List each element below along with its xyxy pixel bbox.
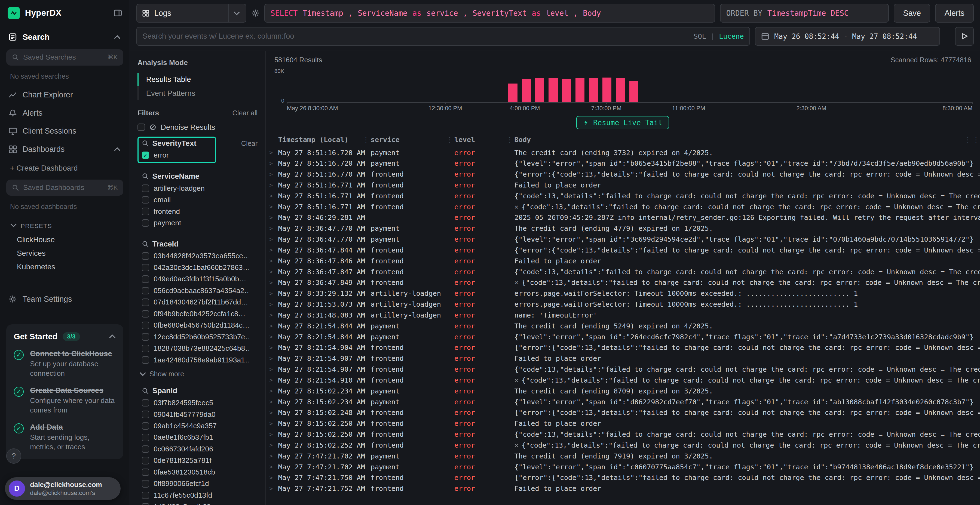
create-dashboard-button[interactable]: + Create Dashboard: [0, 158, 130, 177]
log-row[interactable]: >May 27 8:51:16.771 AMfrontenderror×{"co…: [266, 201, 980, 212]
facet-checkbox[interactable]: ✓: [142, 152, 150, 159]
facet-checkbox[interactable]: [142, 333, 150, 341]
facet-checkbox[interactable]: [142, 184, 150, 192]
source-select[interactable]: Logs: [136, 4, 247, 22]
row-expand-chevron[interactable]: >: [269, 410, 278, 416]
facet-checkbox[interactable]: [142, 399, 150, 407]
row-expand-chevron[interactable]: >: [269, 236, 278, 243]
row-expand-chevron[interactable]: >: [269, 301, 278, 308]
log-row[interactable]: >May 27 8:51:16.771 AMfrontenderror{"cod…: [266, 191, 980, 201]
presets-header[interactable]: PRESETS: [0, 216, 130, 233]
log-row[interactable]: >May 27 8:21:54.907 AMfrontenderror{"cod…: [266, 364, 980, 375]
sidebar-item-client-sessions[interactable]: Client Sessions: [0, 122, 130, 140]
facet-checkbox[interactable]: [142, 445, 150, 453]
chevron-up-icon[interactable]: [114, 146, 121, 152]
facet-checkbox[interactable]: [142, 503, 150, 505]
denoise-checkbox[interactable]: [137, 124, 145, 131]
row-expand-chevron[interactable]: >: [269, 345, 278, 351]
facet-checkbox[interactable]: [142, 457, 150, 464]
log-row[interactable]: >May 27 8:36:47.770 AMpaymenterror{"leve…: [266, 234, 980, 245]
log-row[interactable]: >May 27 8:15:02.252 AMfrontenderror×{"co…: [266, 440, 980, 451]
facet-clear-button[interactable]: Clear: [241, 140, 258, 148]
facet-value[interactable]: 1d94f08c5acdb28e: [142, 501, 217, 505]
log-row[interactable]: >May 27 8:36:47.849 AMfrontenderror×{"co…: [266, 277, 980, 288]
row-expand-chevron[interactable]: >: [269, 355, 278, 362]
facet-value[interactable]: 0c0667304fafd206: [142, 443, 217, 455]
sidebar-item-chart-explorer[interactable]: Chart Explorer: [0, 86, 130, 104]
row-expand-chevron[interactable]: >: [269, 475, 278, 481]
log-row[interactable]: >May 27 8:15:02.250 AMfrontenderrorFaile…: [266, 418, 980, 429]
facet-checkbox[interactable]: [142, 411, 150, 418]
log-row[interactable]: >May 27 8:36:47.770 AMpaymenterrorThe cr…: [266, 223, 980, 234]
facet-checkbox[interactable]: [142, 264, 150, 272]
histogram-bar[interactable]: [629, 81, 638, 102]
log-row[interactable]: >May 27 8:36:47.847 AMfrontenderror{"cod…: [266, 266, 980, 277]
table-options-icon[interactable]: ⋮: [972, 136, 980, 144]
run-query-button[interactable]: [955, 27, 974, 46]
log-row[interactable]: >May 27 8:31:48.083 AMartillery-loadgene…: [266, 310, 980, 321]
log-row[interactable]: >May 27 8:36:47.844 AMfrontenderror{"err…: [266, 245, 980, 256]
histogram-bar[interactable]: [535, 78, 544, 102]
facet-value[interactable]: 0ff8990066efcf1d: [142, 478, 217, 489]
row-expand-chevron[interactable]: >: [269, 171, 278, 178]
facet-checkbox[interactable]: [142, 208, 150, 215]
row-expand-chevron[interactable]: >: [269, 182, 278, 189]
log-row[interactable]: >May 27 8:31:53.073 AMartillery-loadgene…: [266, 299, 980, 310]
histogram-bar[interactable]: [508, 84, 517, 102]
facet-value[interactable]: frontend: [142, 206, 212, 217]
row-expand-chevron[interactable]: >: [269, 453, 278, 459]
row-expand-chevron[interactable]: >: [269, 377, 278, 383]
log-row[interactable]: >May 27 7:47:21.702 AMpaymenterror{"leve…: [266, 462, 980, 472]
column-header-body[interactable]: Body: [514, 136, 972, 144]
row-expand-chevron[interactable]: >: [269, 225, 278, 232]
log-row[interactable]: >May 27 8:21:54.844 AMpaymenterrorThe cr…: [266, 321, 980, 332]
source-settings-gear-icon[interactable]: [251, 9, 259, 17]
facet-checkbox[interactable]: [142, 492, 150, 499]
row-expand-chevron[interactable]: >: [269, 160, 278, 167]
row-expand-chevron[interactable]: >: [269, 388, 278, 394]
facet-value[interactable]: payment: [142, 217, 212, 229]
sidebar-item-team-settings[interactable]: Team Settings: [0, 290, 130, 308]
sidebar-item-alerts[interactable]: Alerts: [0, 104, 130, 122]
analysis-mode-results-table[interactable]: Results Table: [137, 73, 258, 86]
save-button[interactable]: Save: [894, 4, 930, 22]
saved-dashboards-input[interactable]: Saved Dashboards ⌘K: [6, 179, 123, 196]
facet-checkbox[interactable]: [142, 345, 150, 353]
facet-value[interactable]: 07d184304627bf2f11b67dd…: [142, 297, 249, 308]
clear-all-filters-button[interactable]: Clear all: [232, 109, 258, 117]
facet-value[interactable]: 11c67fe55c0d13fd: [142, 489, 217, 501]
lucene-mode-option[interactable]: Lucene: [719, 32, 744, 40]
preset-kubernetes[interactable]: Kubernetes: [0, 260, 130, 274]
facet-value[interactable]: 056cd9acbaac8637a4354a2…: [142, 285, 249, 296]
denoise-results-toggle[interactable]: Denoise Results: [137, 123, 258, 132]
histogram-bar[interactable]: [603, 78, 611, 102]
show-more-button[interactable]: Show more: [137, 368, 258, 378]
facet-checkbox[interactable]: [142, 322, 150, 329]
row-expand-chevron[interactable]: >: [269, 442, 278, 448]
log-row[interactable]: >May 27 8:15:02.234 AMpaymenterrorThe cr…: [266, 386, 980, 397]
sql-mode-option[interactable]: SQL: [694, 32, 706, 40]
facet-checkbox[interactable]: [142, 434, 150, 441]
facet-value[interactable]: email: [142, 194, 212, 205]
facet-checkbox[interactable]: [142, 275, 150, 283]
log-row[interactable]: >May 27 8:15:02.248 AMfrontenderror{"err…: [266, 407, 980, 418]
facet-value[interactable]: artillery-loadgen: [142, 183, 212, 194]
date-range-picker[interactable]: May 26 08:52:44 - May 27 08:52:44: [755, 27, 940, 46]
row-expand-chevron[interactable]: >: [269, 464, 278, 470]
saved-searches-input[interactable]: Saved Searches ⌘K: [6, 49, 123, 65]
log-row[interactable]: >May 27 8:21:54.904 AMfrontenderror{"err…: [266, 342, 980, 353]
facet-value[interactable]: 09ab1c4544c9a357: [142, 420, 217, 432]
row-expand-chevron[interactable]: >: [269, 399, 278, 405]
log-row[interactable]: >May 27 8:15:02.234 AMpaymenterror{"leve…: [266, 397, 980, 407]
row-expand-chevron[interactable]: >: [269, 312, 278, 318]
facet-value[interactable]: 1ae42480d758e9ab91193a1…: [142, 354, 249, 366]
log-row[interactable]: >May 27 7:47:21.752 AMfrontenderrorFaile…: [266, 483, 980, 494]
log-row[interactable]: >May 27 8:51:16.770 AMfrontenderror{"err…: [266, 169, 980, 180]
facet-checkbox[interactable]: [142, 310, 150, 318]
row-expand-chevron[interactable]: >: [269, 431, 278, 438]
log-row[interactable]: >May 27 7:47:21.750 AMfrontenderror{"err…: [266, 472, 980, 483]
facet-checkbox[interactable]: [142, 252, 150, 260]
facet-value[interactable]: 0ae8e1f6c6b37fb1: [142, 432, 217, 443]
row-expand-chevron[interactable]: >: [269, 247, 278, 253]
facet-value[interactable]: 042a30c3dc1baf660b27863…: [142, 262, 249, 273]
